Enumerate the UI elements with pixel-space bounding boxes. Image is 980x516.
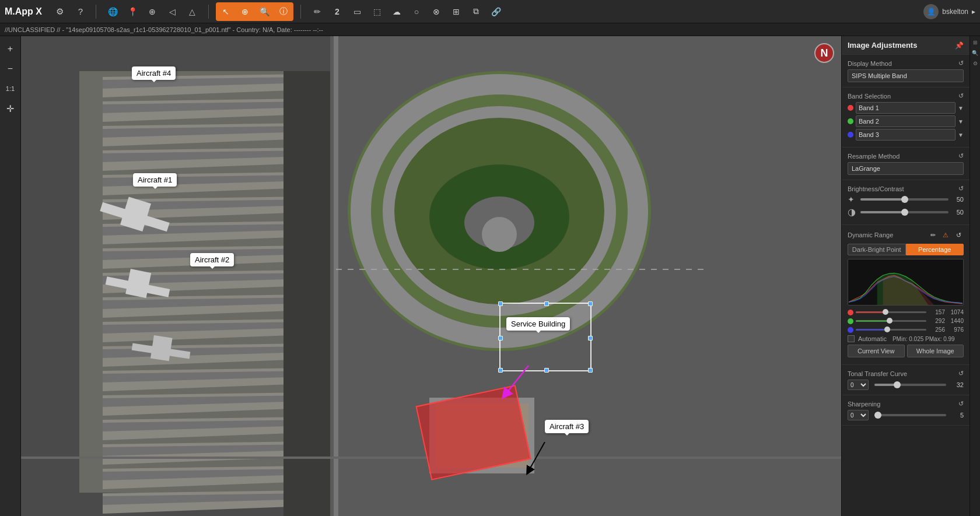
current-view-button[interactable]: Current View bbox=[848, 345, 905, 357]
channel-green-max: 1440 bbox=[947, 318, 964, 324]
brightness-row: ✦ 50 bbox=[848, 195, 964, 204]
zoom-reset-button[interactable]: 1:1 bbox=[2, 80, 19, 97]
status-text: //UNCLASSIFIED // - "14sep09105708-s2as_… bbox=[5, 26, 323, 33]
rect-tool[interactable]: ▭ bbox=[348, 3, 366, 20]
panel-header: Image Adjustments 📌 bbox=[842, 36, 970, 55]
contrast-icon: ◑ bbox=[848, 206, 857, 217]
display-method-select[interactable]: SIPS Multiple Band bbox=[848, 69, 964, 82]
brightness-contrast-section: Brightness/Contrast ↺ ✦ 50 ◑ 50 bbox=[842, 180, 970, 225]
band1-select[interactable]: Band 1 bbox=[856, 102, 956, 114]
zoom-out-button[interactable]: − bbox=[2, 61, 19, 77]
whole-image-button[interactable]: Whole Image bbox=[907, 345, 964, 357]
pan-button[interactable]: ✛ bbox=[2, 100, 19, 117]
band-selection-reset[interactable]: ↺ bbox=[958, 92, 964, 100]
channel-red-slider[interactable] bbox=[856, 311, 926, 313]
separator-1 bbox=[96, 5, 96, 19]
histogram-container bbox=[848, 259, 964, 306]
separator-2 bbox=[208, 5, 209, 19]
sharpening-slider[interactable] bbox=[874, 414, 946, 416]
pen-tool[interactable]: ✏ bbox=[308, 3, 327, 20]
dr-warning-icon[interactable]: ⚠ bbox=[940, 230, 951, 240]
dr-reset-icon[interactable]: ↺ bbox=[953, 230, 964, 240]
brightness-value: 50 bbox=[952, 196, 964, 203]
zoom-tool[interactable]: 🔍 bbox=[255, 3, 274, 20]
grid-tool[interactable]: ⊞ bbox=[447, 3, 466, 20]
map-area[interactable]: Aircraft #4 Aircraft #1 Aircraft #2 Serv… bbox=[21, 36, 841, 516]
dup-tool[interactable]: ⧉ bbox=[467, 3, 485, 20]
label-aircraft4: Aircraft #4 bbox=[132, 66, 176, 80]
resample-reset[interactable]: ↺ bbox=[958, 152, 964, 160]
band-selection-section: Band Selection ↺ Band 1 ▼ Band 2 ▼ bbox=[842, 87, 970, 148]
tonal-select[interactable]: 0 bbox=[848, 380, 869, 390]
edge-btn-3[interactable]: ⚙ bbox=[971, 59, 979, 68]
circle-tool[interactable]: ○ bbox=[407, 3, 426, 20]
x-circle-tool[interactable]: ⊗ bbox=[427, 3, 446, 20]
channel-green-min: 292 bbox=[929, 318, 945, 324]
channel-blue-min: 256 bbox=[929, 327, 945, 333]
link-tool[interactable]: 🔗 bbox=[487, 3, 505, 20]
channel-blue-slider[interactable] bbox=[856, 329, 926, 331]
band-row-2: Band 2 ▼ bbox=[848, 115, 964, 127]
help-button[interactable]: ? bbox=[72, 3, 89, 20]
edge-btn-1[interactable]: ⊞ bbox=[971, 38, 979, 47]
band-row-3: Band 3 ▼ bbox=[848, 129, 964, 141]
globe-button[interactable]: 🌐 bbox=[103, 3, 122, 20]
status-bar: //UNCLASSIFIED // - "14sep09105708-s2as_… bbox=[0, 23, 980, 36]
dr-edit-icon[interactable]: ✏ bbox=[928, 230, 938, 240]
band3-dot bbox=[848, 132, 853, 138]
settings-button[interactable]: ⚙ bbox=[51, 3, 68, 20]
user-avatar: 👤 bbox=[923, 4, 939, 19]
num2-tool[interactable]: 2 bbox=[328, 3, 346, 20]
sharpening-reset[interactable]: ↺ bbox=[958, 400, 964, 408]
channel-green-slider[interactable] bbox=[856, 320, 926, 322]
tonal-label: Tonal Transfer Curve ↺ bbox=[848, 370, 964, 377]
contrast-row: ◑ 50 bbox=[848, 206, 964, 217]
brightness-label: Brightness/Contrast ↺ bbox=[848, 185, 964, 192]
top-bar: M.App X ⚙ ? 🌐 📍 ⊕ ◁ △ ↖ ⊕ 🔍 ⓘ ✏ 2 ▭ ⬚ ☁ … bbox=[0, 0, 980, 23]
contrast-slider[interactable] bbox=[860, 211, 949, 213]
channel-row-blue: 256 976 bbox=[848, 327, 964, 333]
brightness-reset[interactable]: ↺ bbox=[958, 185, 964, 192]
band3-select[interactable]: Band 3 bbox=[856, 129, 956, 141]
pin-button[interactable]: 📍 bbox=[123, 3, 142, 20]
zoom-in-button[interactable]: + bbox=[2, 41, 19, 57]
automatic-checkbox-row: Automatic PMin: 0.025 PMax: 0.99 bbox=[848, 335, 964, 342]
band3-arrow: ▼ bbox=[958, 132, 964, 138]
sharpening-select[interactable]: 0 bbox=[848, 410, 869, 420]
crosshair-tool[interactable]: ⊕ bbox=[236, 3, 254, 20]
edge-btn-2[interactable]: 🔍 bbox=[971, 49, 979, 57]
automatic-checkbox[interactable] bbox=[848, 335, 855, 342]
label-service-building: Service Building bbox=[506, 317, 570, 331]
resample-method-section: Resample Method ↺ LaGrange bbox=[842, 148, 970, 180]
main-area: + − 1:1 ✛ Aircraft #4 Aircraft #1 Aircra… bbox=[0, 36, 980, 516]
active-tool-group: ↖ ⊕ 🔍 ⓘ bbox=[216, 2, 293, 21]
display-method-reset[interactable]: ↺ bbox=[958, 59, 964, 67]
cloud-tool[interactable]: ☁ bbox=[387, 3, 406, 20]
compass: N bbox=[814, 43, 834, 63]
band2-select[interactable]: Band 2 bbox=[856, 115, 956, 127]
add-circle-button[interactable]: ⊕ bbox=[143, 3, 162, 20]
band2-arrow: ▼ bbox=[958, 118, 964, 125]
brightness-slider[interactable] bbox=[860, 198, 949, 201]
copy-tool[interactable]: ⬚ bbox=[368, 3, 386, 20]
nav-back-button[interactable]: ◁ bbox=[163, 3, 181, 20]
channel-green-dot bbox=[848, 318, 853, 324]
panel-title: Image Adjustments bbox=[848, 41, 917, 50]
panel-pin-icon[interactable]: 📌 bbox=[955, 41, 964, 50]
resample-select[interactable]: LaGrange bbox=[848, 162, 964, 175]
username-label: bskelton bbox=[942, 8, 968, 16]
dynamic-range-label: Dynamic Range bbox=[848, 231, 925, 238]
info-tool[interactable]: ⓘ bbox=[274, 3, 293, 20]
terrain-button[interactable]: △ bbox=[183, 3, 201, 20]
tonal-slider[interactable] bbox=[874, 384, 946, 386]
toggle-percentage[interactable]: Percentage bbox=[906, 244, 964, 255]
cursor-tool[interactable]: ↖ bbox=[216, 3, 235, 20]
label-aircraft1: Aircraft #1 bbox=[133, 173, 177, 187]
toggle-dark-bright[interactable]: Dark-Bright Point bbox=[848, 244, 906, 255]
left-sidebar: + − 1:1 ✛ bbox=[0, 36, 21, 516]
menu-arrow: ▸ bbox=[972, 8, 975, 16]
band-row-1: Band 1 ▼ bbox=[848, 102, 964, 114]
sharpening-row: 0 5 bbox=[848, 410, 964, 420]
tonal-reset[interactable]: ↺ bbox=[958, 370, 964, 377]
app-title: M.App X bbox=[5, 6, 42, 17]
